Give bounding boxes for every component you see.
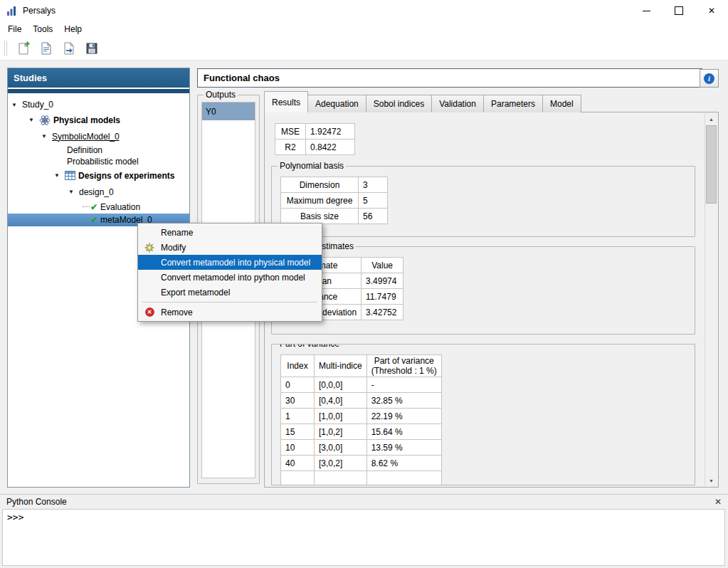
table-cell: - [366,377,441,393]
menu-help[interactable]: Help [58,22,88,36]
header-line-2: (Threshold : 1 %) [371,366,437,376]
tab-sobol-indices[interactable]: Sobol indices [366,95,432,112]
table-cell: 22.19 % [366,409,441,424]
fit-metrics-table: MSE 1.92472 R2 0.8422 [275,123,355,155]
menu-item-convert-into-python-model[interactable]: Convert metamodel into python model [138,270,322,285]
table-cell: 8.62 % [366,456,441,471]
open-study-icon [39,41,53,56]
table-row: 0 [0,0,0] - [281,377,442,393]
tab-results[interactable]: Results [264,91,308,112]
output-item-y0[interactable]: Y0 [202,102,255,120]
minimize-button[interactable] [630,0,663,21]
expand-arrow-icon[interactable]: ▼ [41,133,52,140]
menu-item-rename[interactable]: Rename [138,225,322,240]
new-study-button[interactable] [14,39,33,58]
tree-item-probabilistic-model[interactable]: Probabilistic model [8,156,189,167]
maximize-button[interactable] [663,0,695,21]
tree-item-study-0[interactable]: ▼ Study_0 [8,98,189,112]
outputs-title: Outputs [204,90,238,100]
menu-item-export-metamodel[interactable]: Export metamodel [138,285,322,300]
table-row: 40 [3,0,2] 8.62 % [281,456,442,471]
import-script-icon [62,41,76,56]
menu-tools[interactable]: Tools [27,22,58,36]
tree-branch-line [83,220,90,221]
menu-item-remove[interactable]: ✕ Remove [138,305,322,320]
import-script-button[interactable] [59,39,79,58]
table-row: Maximum degree 5 [281,193,388,209]
table-cell [366,471,441,486]
toolbar [0,37,728,61]
window-title: Persalys [23,6,56,16]
part-of-variance-table: Index Multi-indice Part of variance (Thr… [280,354,442,485]
app-logo-icon [6,5,18,16]
vertical-scrollbar[interactable]: ▲ ▼ [705,113,717,486]
save-button[interactable] [82,39,102,58]
save-icon [85,41,99,56]
table-cell: 40 [281,456,315,471]
tree-item-designs-of-experiments[interactable]: ▼ Designs of experiments [8,167,189,184]
table-cell: [0,4,0] [315,393,367,409]
tree-item-label: Designs of experiments [78,171,174,181]
menu-item-label: Rename [161,228,193,238]
tab-adequation[interactable]: Adequation [307,95,366,112]
table-cell: [1,0,0] [315,409,367,424]
menu-file[interactable]: File [2,22,27,36]
menu-item-convert-into-physical-model[interactable]: Convert metamodel into physical model [138,255,322,270]
expand-arrow-icon[interactable]: ▼ [28,117,39,123]
scroll-up-icon[interactable]: ▲ [705,113,717,125]
tab-model[interactable]: Model [542,95,581,112]
atom-icon [39,115,51,126]
table-cell: [1,0,2] [315,424,367,440]
table-row: 1 [1,0,0] 22.19 % [281,409,442,424]
close-button[interactable]: ✕ [695,0,728,21]
tree-item-symbolicmodel-0[interactable]: ▼ SymbolicModel_0 [8,128,189,144]
tab-validation[interactable]: Validation [431,95,484,112]
info-icon: i [704,73,714,84]
tree-item-design-0[interactable]: ▼ design_0 [8,184,189,200]
polynomial-basis-title: Polynomial basis [278,161,346,171]
table-cell: 30 [281,393,315,409]
tab-bar: Results Adequation Sobol indices Validat… [264,92,581,112]
minimize-icon [643,11,650,11]
tree-item-label: Study_0 [22,100,53,110]
scroll-down-icon[interactable]: ▼ [705,475,717,486]
open-study-button[interactable] [36,39,56,58]
polynomial-basis-table: Dimension 3 Maximum degree 5 Basis size … [280,177,388,224]
part-of-variance-group: Part of variance Index Multi-indice Part… [271,344,695,485]
header-line-1: Part of variance [371,356,437,366]
scrollbar-thumb[interactable] [706,125,717,204]
python-console-title: Python Console [6,497,67,507]
tree-item-label: Definition [67,145,102,155]
table-cell: [3,0,2] [315,456,367,471]
table-header-row: Index Multi-indice Part of variance (Thr… [281,355,442,377]
tree-item-evaluation[interactable]: ✔ Evaluation [8,200,189,214]
toolbar-grip[interactable] [4,41,7,56]
table-cell: 32.85 % [366,393,441,409]
check-icon: ✔ [90,215,97,225]
expand-arrow-icon[interactable]: ▼ [11,102,22,108]
menu-item-modify[interactable]: Modify [138,240,322,255]
tree-item-physical-models[interactable]: ▼ Physical models [8,112,189,128]
table-grid-icon [65,171,75,180]
python-console-input[interactable]: >>> [2,509,725,566]
info-button[interactable]: i [700,69,719,88]
table-cell: [0,0,0] [315,377,367,393]
table-row: Basis size 56 [281,209,388,224]
maximize-icon [675,6,683,15]
table-cell [315,471,367,486]
menu-icon-slot [138,243,161,253]
table-row: 10 [3,0,0] 13.59 % [281,440,442,456]
table-row: 15 [1,0,2] 15.64 % [281,424,442,440]
table-cell: Dimension [281,177,359,193]
persalys-window: Persalys ✕ File Tools Help [0,0,728,568]
expand-arrow-icon[interactable]: ▼ [68,189,79,195]
expand-arrow-icon[interactable]: ▼ [54,172,65,179]
console-close-icon[interactable]: ✕ [714,497,722,507]
model-name-field[interactable]: Functional chaos [197,68,702,88]
tree-item-label: Physical models [53,115,120,125]
table-cell: [3,0,0] [315,440,367,456]
tree-item-definition[interactable]: Definition [8,144,189,156]
table-cell: 5 [359,193,388,209]
table-cell: Maximum degree [281,193,359,209]
tab-parameters[interactable]: Parameters [483,95,543,112]
